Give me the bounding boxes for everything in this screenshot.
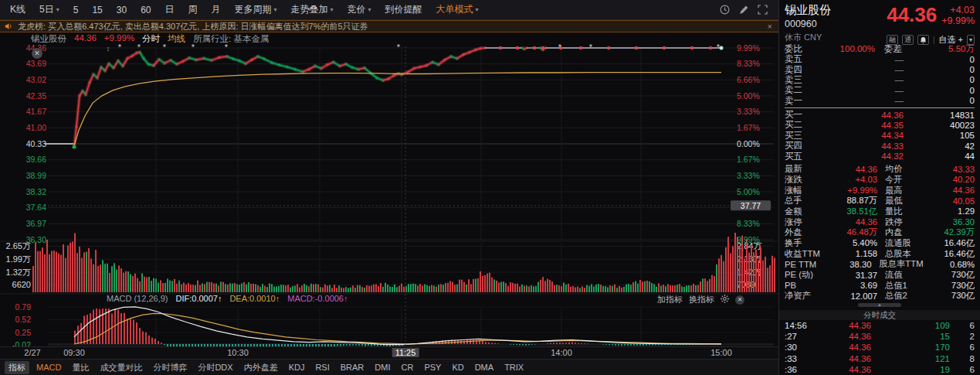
toolbar-item-走势叠加[interactable]: 走势叠加▾ [284,3,341,16]
tick-count: 8 [950,354,975,363]
tab-RSI[interactable]: RSI [311,362,333,373]
stat-value: 36.30 [917,217,975,227]
tick-count: 6 [950,343,975,352]
chart-legend: 锡业股份 44.36 +9.99% 分时 均线 所属行业: 基本金属 [31,33,270,45]
indicator-tab-bar: 指标MACD量比成交量对比分时博弈分时DDX内外盘差KDJRSIBRARDMIC… [0,359,778,375]
svg-text:6620: 6620 [12,280,31,289]
expand-icon[interactable] [758,5,768,15]
legend-price-line[interactable]: 分时 [142,33,160,45]
toolbar-item-竞价[interactable]: 竞价▾ [341,3,378,16]
toolbar-item-15[interactable]: 15 [85,5,109,15]
tab-指标[interactable]: 指标 [5,361,29,374]
ask-row[interactable]: 卖五—0 [785,54,975,64]
toolbar-item-到价提醒[interactable]: 到价提醒 [378,3,429,16]
quote-panel: 锡业股份 000960 休市 CNY 44.36 +4.03 +9.99% 融 … [778,0,980,375]
tick-list: 14:5644.361096:2744.36152:3044.361706:33… [785,320,975,375]
toolbar-item-5日[interactable]: 5日▾ [32,3,66,16]
tab-分时博弈[interactable]: 分时博弈 [149,361,191,374]
weibi-value: 100.00% [802,44,875,53]
bid-row[interactable]: 买四44.3342 [785,141,975,151]
toolbar-item-K线[interactable]: K线 [3,3,32,16]
gear-icon[interactable] [721,295,729,305]
toolbar-item-60[interactable]: 60 [134,5,158,15]
bid-volume: 40023 [904,121,975,130]
tab-PSY[interactable]: PSY [420,362,445,373]
bid-price: 44.33 [811,141,904,151]
ask-row[interactable]: 卖四—0 [785,64,975,74]
tick-time: :36 [785,365,820,374]
stat-row: PE (动)31.37流值730亿 [785,270,975,281]
ask-row[interactable]: 卖一—0 [785,95,975,105]
bid-row[interactable]: 买二44.3540023 [785,120,975,130]
tick-row: :2744.36152 [785,331,975,342]
tab-BRAR[interactable]: BRAR [337,362,368,373]
toolbar-item-5[interactable]: 5 [66,5,86,15]
tab-TRIX[interactable]: TRIX [500,362,527,373]
ask-row[interactable]: 卖二—0 [785,85,975,95]
pencil-icon[interactable] [739,5,748,15]
bid-row[interactable]: 买五44.3244 [785,151,975,161]
time-label-10:30: 10:30 [227,348,249,357]
tab-KDJ[interactable]: KDJ [285,362,309,373]
svg-text:-0.02: -0.02 [12,340,31,346]
clock-icon[interactable] [720,5,730,15]
time-axis: 2/2709:3010:3011:2514:0015:00 [0,346,778,359]
chevron-down-icon: ▾ [331,6,334,13]
ask-row[interactable]: 卖三—0 [785,75,975,85]
news-bar: 龙虎榜: 买入总额6.473亿元, 卖出总额4.307亿元, 上榜原因: 日涨幅… [0,20,778,32]
svg-text:*: * [717,43,721,52]
svg-text:9.99%: 9.99% [737,43,760,53]
svg-text:*: * [397,43,401,52]
industry-link[interactable]: 所属行业: 基本金属 [193,33,269,45]
stat-label: PE (动) [785,269,820,281]
tab-分时DDX[interactable]: 分时DDX [194,361,236,374]
svg-text:36.97: 36.97 [26,219,46,228]
tab-内外盘差[interactable]: 内外盘差 [240,361,282,374]
chart-area: 锡业股份 44.36 +9.99% 分时 均线 所属行业: 基本金属 ✕ 2.6… [0,32,778,346]
stat-value: 40.05 [917,196,975,206]
toolbar-item-更多周期[interactable]: 更多周期▾ [227,3,283,16]
overlay-close-icon[interactable]: ✕ [32,48,42,59]
legend-avg-line[interactable]: 均线 [168,33,185,45]
toolbar-item-30[interactable]: 30 [110,5,134,15]
svg-text:1.67%: 1.67% [737,155,760,164]
tick-price: 44.36 [820,365,871,374]
bid-row[interactable]: 买三44.34105 [785,131,975,141]
tab-DMI[interactable]: DMI [371,362,394,373]
close-indicator-icon[interactable]: ✕ [735,295,744,305]
svg-text:43.02: 43.02 [26,75,46,84]
chevron-down-icon: ▾ [368,6,371,13]
toolbar-item-周[interactable]: 周 [181,3,204,16]
ask-volume: 0 [904,75,975,84]
svg-text:37.64: 37.64 [26,203,46,212]
toolbar-item-月[interactable]: 月 [204,3,227,16]
tick-row: :3344.361218 [785,353,975,363]
svg-text:40.33: 40.33 [26,139,46,148]
panel-collapse-handle[interactable]: ▲ [785,302,975,309]
stat-row: 金额38.51亿量比1.29 [785,206,975,217]
last-price: 44.36 [887,5,937,25]
switch-indicator-button[interactable]: 换指标 [689,294,714,305]
bid-row[interactable]: 买一44.3614831 [785,110,975,120]
tick-time: 14:56 [785,321,820,330]
news-close-icon[interactable]: × [768,22,772,31]
tab-量比[interactable]: 量比 [68,361,93,374]
add-watchlist-button[interactable]: 自选 + [939,34,963,46]
tab-CR[interactable]: CR [397,362,417,373]
alert-bell-icon[interactable] [917,35,929,45]
macd-header: MACD (12,26,9) DIF:0.0007↑ DEA:0.0010↑ M… [0,294,778,305]
toolbar-item-日[interactable]: 日 [158,3,181,16]
tab-MACD[interactable]: MACD [32,362,65,373]
tab-KD[interactable]: KD [448,362,467,373]
bid-book: 买一44.3614831买二44.3540023买三44.34105买四44.3… [785,110,975,162]
tab-DMA[interactable]: DMA [471,362,497,373]
toolbar-item-大单模式[interactable]: 大单模式▾ [429,3,486,16]
bid-price: 44.35 [811,121,904,130]
add-indicator-button[interactable]: 加指标 [657,294,683,305]
watchlist-caret-icon[interactable]: ▾ [967,35,975,45]
tab-成交量对比[interactable]: 成交量对比 [96,361,146,374]
chart-pct: +9.99% [104,33,134,45]
svg-text:0.25: 0.25 [15,328,32,337]
svg-text:*: * [558,43,562,52]
stat-row: 净资产12.007总值2730亿 [785,291,975,302]
